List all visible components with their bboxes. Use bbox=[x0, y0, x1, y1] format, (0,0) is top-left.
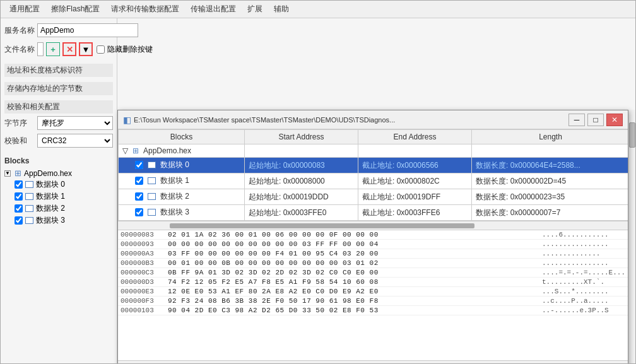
table-row-blocks-3[interactable]: 数据块 2 bbox=[119, 189, 245, 205]
file-label: 文件名称 bbox=[4, 44, 35, 55]
table-row-blocks-4[interactable]: 数据块 3 bbox=[119, 205, 245, 221]
right-scrollbar[interactable] bbox=[628, 110, 635, 363]
table-row-end-0 bbox=[358, 144, 472, 158]
table-row-length-2: 数据长度: 0x0000002D=45 bbox=[472, 173, 628, 189]
hex-ascii-6: ...S...*........ bbox=[537, 288, 625, 295]
row-block-name-4: 数据块 3 bbox=[160, 207, 189, 218]
checksum-row: 校验和 CRC32 bbox=[4, 134, 113, 148]
block-sq-icon-2 bbox=[148, 177, 156, 184]
checksum-config-section: 校验和相关配置 bbox=[4, 100, 113, 114]
hex-row-1[interactable]: 00000093 00 00 00 00 00 00 00 00 00 00 0… bbox=[118, 240, 628, 249]
hex-addr-3: 000000B3 bbox=[121, 259, 168, 267]
memory-section: 存储内存地址的字节数 bbox=[4, 82, 113, 95]
byte-order-row: 字节序 摩托罗 bbox=[4, 116, 113, 130]
hex-row-0[interactable]: 00000083 02 01 1A 02 36 00 01 00 06 00 0… bbox=[118, 230, 628, 240]
block3-label: 数据块 3 bbox=[36, 215, 65, 226]
tree-root-item[interactable]: ▼ ⊞ AppDemo.hex bbox=[4, 168, 113, 179]
expand-icon[interactable]: ▽ bbox=[122, 146, 128, 155]
hex-row-7[interactable]: 000000F3 92 F3 24 08 B6 3B 38 2E F0 50 1… bbox=[118, 296, 628, 306]
hex-row-6[interactable]: 000000E3 12 0E E0 53 A1 EF 80 2A E8 A2 E… bbox=[118, 287, 628, 296]
service-name-row: 服务名称 bbox=[4, 23, 113, 37]
tree-expand-icon[interactable]: ▼ bbox=[4, 170, 11, 177]
byte-order-select[interactable]: 摩托罗 bbox=[37, 116, 113, 130]
byte-order-label: 字节序 bbox=[4, 118, 35, 129]
table-row-length-4: 数据长度: 0x00000007=7 bbox=[472, 205, 628, 221]
checksum-select[interactable]: CRC32 bbox=[37, 134, 113, 148]
hex-addr-6: 000000E3 bbox=[121, 288, 168, 295]
table-row-start-4: 起始地址: 0x0003FFE0 bbox=[245, 205, 358, 221]
table-row-length-1: 数据长度: 0x000064E4=2588... bbox=[472, 158, 628, 173]
address-format-section: 地址和长度格式标识符 bbox=[4, 64, 113, 77]
menu-general-config[interactable]: 通用配置 bbox=[4, 3, 45, 16]
row-block-name-1: 数据块 0 bbox=[160, 160, 189, 170]
delete-file-button[interactable]: ✕ bbox=[62, 42, 76, 56]
table-row-blocks-2[interactable]: 数据块 1 bbox=[119, 173, 245, 189]
menubar: 通用配置 擦除Flash配置 请求和传输数据配置 传输退出配置 扩展 辅助 bbox=[1, 1, 635, 18]
menu-extend[interactable]: 扩展 bbox=[242, 3, 268, 16]
minimize-button[interactable]: ─ bbox=[568, 114, 585, 126]
hex-row-2[interactable]: 000000A3 03 FF 00 00 00 00 00 00 F4 01 0… bbox=[118, 249, 628, 259]
hex-addr-5: 000000D3 bbox=[121, 278, 168, 286]
block3-checkbox[interactable] bbox=[15, 216, 23, 225]
scrollbar-thumb[interactable] bbox=[170, 223, 474, 228]
block-sq-icon-4 bbox=[148, 209, 156, 216]
hex-dump-area[interactable]: 00000083 02 01 1A 02 36 00 01 00 06 00 0… bbox=[118, 230, 628, 360]
add-file-button[interactable]: + bbox=[46, 42, 60, 56]
hex-row-4[interactable]: 000000C3 0B FF 9A 01 3D 02 3D 02 2D 02 3… bbox=[118, 268, 628, 278]
scrollbar-thumb-v[interactable] bbox=[629, 122, 635, 148]
hex-addr-2: 000000A3 bbox=[121, 250, 168, 257]
dropdown-button[interactable]: ▼ bbox=[79, 42, 93, 56]
hex-ascii-3: ................ bbox=[537, 259, 625, 267]
parent-file-icon: ⊞ bbox=[132, 146, 139, 155]
block2-checkbox[interactable] bbox=[15, 204, 23, 213]
table-row-start-3: 起始地址: 0x00019DDD bbox=[245, 189, 358, 205]
hex-row-5[interactable]: 000000D3 74 F2 12 05 F2 E5 A7 F8 E5 A1 F… bbox=[118, 278, 628, 287]
row-checkbox-1[interactable] bbox=[135, 161, 143, 169]
block0-checkbox[interactable] bbox=[15, 180, 23, 189]
hex-ascii-1: ................ bbox=[537, 240, 625, 248]
tree-block-1[interactable]: 数据块 1 bbox=[4, 191, 113, 203]
table-row-blocks-1[interactable]: 数据块 0 bbox=[119, 158, 245, 173]
tree-block-0[interactable]: 数据块 0 bbox=[4, 179, 113, 191]
hex-row-3[interactable]: 000000B3 00 01 00 00 0B 00 00 00 00 00 0… bbox=[118, 259, 628, 268]
hex-ascii-0: ....6........... bbox=[537, 231, 625, 238]
file-name-row: 文件名称 + ✕ ▼ 隐藏删除按键 bbox=[4, 42, 113, 56]
horizontal-scrollbar[interactable] bbox=[118, 221, 628, 230]
row-checkbox-4[interactable] bbox=[135, 208, 143, 216]
hex-bytes-6: 12 0E E0 53 A1 EF 80 2A E8 A2 E0 C0 D0 E… bbox=[168, 288, 537, 295]
tree-block-2[interactable]: 数据块 2 bbox=[4, 203, 113, 214]
hide-delete-label: 隐藏删除按键 bbox=[107, 44, 153, 55]
menu-erase-flash[interactable]: 擦除Flash配置 bbox=[46, 3, 105, 16]
hex-addr-4: 000000C3 bbox=[121, 269, 168, 276]
table-row-blocks-0[interactable]: ▽ ⊞ AppDemo.hex bbox=[119, 144, 245, 158]
hex-row-8[interactable]: 00000103 90 04 2D E0 C3 98 A2 D2 65 D0 3… bbox=[118, 306, 628, 315]
block1-checkbox[interactable] bbox=[15, 192, 23, 201]
tree-block-3[interactable]: 数据块 3 bbox=[4, 214, 113, 226]
file-input[interactable] bbox=[37, 42, 44, 56]
parent-name: AppDemo.hex bbox=[143, 146, 191, 155]
service-label: 服务名称 bbox=[4, 25, 35, 36]
hex-addr-0: 00000083 bbox=[121, 231, 168, 238]
hide-delete-checkbox[interactable] bbox=[97, 45, 105, 54]
tree-file-icon: ⊞ bbox=[15, 168, 21, 178]
row-checkbox-2[interactable] bbox=[135, 177, 143, 185]
service-input[interactable] bbox=[37, 23, 138, 37]
menu-assist[interactable]: 辅助 bbox=[269, 3, 294, 16]
dialog-titlebar: ◧ E:\Tosun Workspace\TSMaster space\TSMa… bbox=[118, 110, 628, 129]
hex-addr-8: 00000103 bbox=[121, 307, 168, 314]
left-panel: 服务名称 文件名称 + ✕ ▼ 隐藏删除按键 地址和长度格式标识符 存储内存地址… bbox=[1, 18, 117, 363]
table-row-end-1: 截止地址: 0x00006566 bbox=[358, 158, 472, 173]
menu-transfer-exit[interactable]: 传输退出配置 bbox=[186, 3, 241, 16]
block2-icon bbox=[25, 205, 33, 212]
menu-request-transfer[interactable]: 请求和传输数据配置 bbox=[106, 3, 184, 16]
hide-delete-checkbox-row[interactable]: 隐藏删除按键 bbox=[97, 44, 153, 55]
left-blocks-section: Blocks ▼ ⊞ AppDemo.hex 数据块 0 数据块 1 bbox=[4, 156, 113, 358]
dialog-title: E:\Tosun Workspace\TSMaster space\TSMast… bbox=[134, 116, 566, 124]
block0-icon bbox=[25, 181, 33, 188]
block2-label: 数据块 2 bbox=[36, 203, 65, 214]
block3-icon bbox=[25, 217, 33, 224]
row-checkbox-3[interactable] bbox=[135, 192, 143, 201]
table-row-end-2: 截止地址: 0x0000802C bbox=[358, 173, 472, 189]
maximize-button[interactable]: □ bbox=[587, 114, 604, 126]
close-button[interactable]: ✕ bbox=[606, 114, 623, 126]
